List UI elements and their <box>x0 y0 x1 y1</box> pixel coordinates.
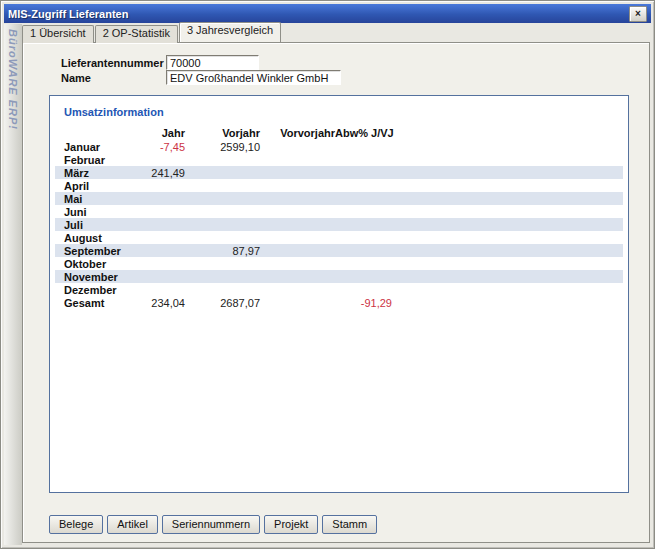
tab-2[interactable]: 2 OP-Statistik <box>95 25 178 43</box>
table-header-row: JahrVorjahrVorvorjahrAbw% J/VJ <box>55 126 623 139</box>
brand-strip: BüroWARE ERP! <box>4 24 22 545</box>
table-row: Juli <box>55 218 623 231</box>
table-row: September87,97 <box>55 244 623 257</box>
tab-1[interactable]: 1 Übersicht <box>22 25 94 43</box>
tab-bar: 1 Übersicht2 OP-Statistik3 Jahresverglei… <box>22 25 282 42</box>
close-button[interactable]: × <box>629 6 647 22</box>
cell-vorjahr: 2599,10 <box>185 141 260 153</box>
column-header-1: Jahr <box>150 127 185 139</box>
table-body: Januar-7,452599,10FebruarMärz241,49April… <box>55 140 623 309</box>
cell-vorjahr: 87,97 <box>185 245 260 257</box>
umsatz-panel-title: Umsatzinformation <box>64 106 164 118</box>
table-row: Januar-7,452599,10 <box>55 140 623 153</box>
name-input[interactable] <box>166 70 341 85</box>
row-label: Juli <box>64 219 150 231</box>
cell-jahr: 234,04 <box>150 297 185 309</box>
window-title: MIS-Zugriff Lieferanten <box>8 8 629 20</box>
row-label: Februar <box>64 154 150 166</box>
name-label: Name <box>61 71 91 86</box>
table-row: März241,49 <box>55 166 623 179</box>
table-row: Juni <box>55 205 623 218</box>
close-icon: × <box>635 9 641 19</box>
row-label: Juni <box>64 206 150 218</box>
button-belege[interactable]: Belege <box>49 515 103 534</box>
table-row: Oktober <box>55 257 623 270</box>
row-label: März <box>64 167 150 179</box>
row-label: August <box>64 232 150 244</box>
row-label: Gesamt <box>64 297 150 309</box>
tab-page-jahresvergleich: Lieferantennummer Name Umsatzinformation… <box>22 42 650 543</box>
table-row: November <box>55 270 623 283</box>
cell-jahr: -7,45 <box>150 141 185 153</box>
brand-text: BüroWARE ERP! <box>7 29 19 130</box>
table-row: April <box>55 179 623 192</box>
lieferantennummer-label: Lieferantennummer <box>61 56 164 71</box>
button-stamm[interactable]: Stamm <box>322 515 377 534</box>
row-label: April <box>64 180 150 192</box>
lieferantennummer-input[interactable] <box>166 55 259 70</box>
tab-3[interactable]: 3 Jahresvergleich <box>179 22 281 42</box>
row-label: Oktober <box>64 258 150 270</box>
row-label: Dezember <box>64 284 150 296</box>
button-projekt[interactable]: Projekt <box>264 515 318 534</box>
cell-vorjahr: 2687,07 <box>185 297 260 309</box>
column-header-2: Vorjahr <box>185 127 260 139</box>
umsatz-panel: Umsatzinformation JahrVorjahrVorvorjahrA… <box>49 95 629 493</box>
table-row: Mai <box>55 192 623 205</box>
button-artikel[interactable]: Artikel <box>107 515 158 534</box>
table-row: August <box>55 231 623 244</box>
cell-jahr: 241,49 <box>150 167 185 179</box>
column-header-4: Abw% J/VJ <box>335 127 392 139</box>
table-row: Gesamt234,042687,07-91,29 <box>55 296 623 309</box>
titlebar[interactable]: MIS-Zugriff Lieferanten × <box>4 4 651 23</box>
column-header-3: Vorvorjahr <box>260 127 335 139</box>
app-window: MIS-Zugriff Lieferanten × BüroWARE ERP! … <box>0 0 655 549</box>
row-label: November <box>64 271 150 283</box>
button-seriennummern[interactable]: Seriennummern <box>162 515 260 534</box>
row-label: Januar <box>64 141 150 153</box>
row-label: September <box>64 245 150 257</box>
action-button-bar: BelegeArtikelSeriennummernProjektStamm <box>49 515 377 534</box>
table-row: Dezember <box>55 283 623 296</box>
cell-abw: -91,29 <box>335 297 392 309</box>
row-label: Mai <box>64 193 150 205</box>
table-row: Februar <box>55 153 623 166</box>
